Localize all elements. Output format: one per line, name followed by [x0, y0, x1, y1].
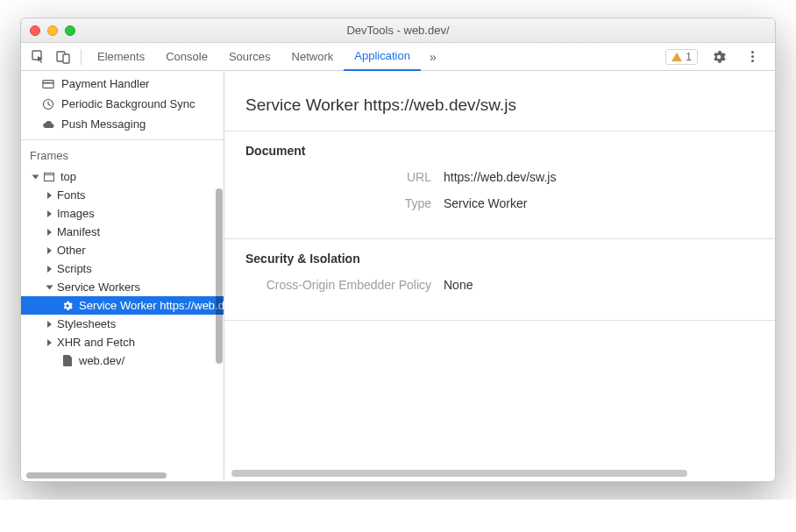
chevron-down-icon	[46, 285, 53, 289]
warning-icon	[672, 53, 682, 61]
warnings-count: 1	[686, 51, 692, 63]
warnings-badge[interactable]: 1	[665, 49, 698, 65]
tree-label: Manifest	[57, 225, 100, 238]
tree-label: top	[60, 170, 76, 183]
row-url: URL https://web.dev/sw.js	[245, 170, 754, 184]
sidebar-vertical-scrollbar[interactable]	[216, 74, 223, 471]
clock-icon	[42, 98, 54, 110]
sidebar-item-push-messaging[interactable]: Push Messaging	[21, 114, 224, 134]
tree-node-images[interactable]: Images	[21, 204, 224, 223]
tree-label: Scripts	[57, 262, 92, 275]
kv-value: None	[444, 278, 473, 292]
tab-network[interactable]: Network	[281, 43, 345, 71]
tree-label: Other	[57, 244, 86, 257]
tree-label: XHR and Fetch	[57, 336, 135, 349]
tree-label: Service Worker https://web.dev/sw.js	[79, 299, 224, 312]
sidebar-item-label: Push Messaging	[61, 117, 146, 131]
more-tabs-button[interactable]: »	[421, 50, 445, 64]
cloud-icon	[42, 119, 54, 130]
tree-label: Stylesheets	[57, 317, 116, 330]
sidebar: Notifications Payment Handler Periodic B…	[21, 71, 224, 481]
tree-node-xhr-and-fetch[interactable]: XHR and Fetch	[21, 333, 224, 351]
device-mode-icon[interactable]	[51, 45, 75, 69]
page-title: Service Worker https://web.dev/sw.js	[224, 71, 775, 131]
chevron-right-icon	[47, 321, 52, 328]
chevron-down-icon	[32, 174, 39, 179]
kv-value: https://web.dev/sw.js	[444, 170, 556, 184]
tree-label: Images	[57, 207, 95, 220]
tree-label: web.dev/	[79, 354, 124, 367]
svg-rect-3	[43, 80, 53, 88]
tab-sources[interactable]: Sources	[218, 43, 281, 71]
sidebar-section-frames: Frames	[21, 140, 224, 167]
main-horizontal-scrollbar[interactable]	[231, 469, 768, 478]
tree-label: Service Workers	[57, 280, 140, 294]
gear-icon	[61, 300, 74, 312]
kv-key: URL	[245, 170, 431, 184]
row-coep: Cross-Origin Embedder Policy None	[245, 278, 754, 292]
tree-node-stylesheets[interactable]: Stylesheets	[21, 315, 224, 333]
minimize-window-button[interactable]	[47, 25, 58, 36]
tree-node-service-workers[interactable]: Service Workers	[21, 278, 224, 296]
sidebar-item-periodic-background-sync[interactable]: Periodic Background Sync	[21, 94, 224, 114]
kv-value: Service Worker	[444, 196, 527, 210]
sidebar-item-label: Payment Handler	[61, 77, 149, 90]
tree-node-fonts[interactable]: Fonts	[21, 186, 224, 204]
tab-application[interactable]: Application	[344, 43, 421, 71]
tree-node-top[interactable]: top	[21, 167, 224, 186]
tab-elements[interactable]: Elements	[87, 43, 155, 71]
kv-key: Type	[245, 196, 431, 210]
window-titlebar: DevTools - web.dev/	[21, 18, 775, 43]
group-document: Document URL https://web.dev/sw.js Type …	[224, 131, 775, 239]
frame-icon	[43, 171, 55, 183]
chevron-right-icon	[47, 229, 52, 236]
settings-button[interactable]	[707, 45, 731, 69]
sidebar-horizontal-scrollbar[interactable]	[23, 471, 222, 479]
close-window-button[interactable]	[30, 25, 40, 36]
tree-node-web-dev[interactable]: web.dev/	[21, 351, 224, 370]
tree-node-service-worker-entry[interactable]: Service Worker https://web.dev/sw.js	[21, 296, 224, 315]
kebab-icon	[751, 51, 754, 62]
tree-node-manifest[interactable]: Manifest	[21, 223, 224, 241]
row-type: Type Service Worker	[245, 196, 754, 210]
chevron-right-icon	[47, 339, 52, 346]
zoom-window-button[interactable]	[65, 25, 75, 36]
panel-tabs: Elements Console Sources Network Applica…	[87, 43, 421, 71]
chevron-right-icon	[47, 210, 52, 217]
frames-tree: top Fonts Images Manifest Other Scripts …	[21, 167, 224, 375]
svg-rect-4	[43, 82, 53, 83]
separator	[81, 49, 82, 65]
document-icon	[61, 355, 74, 367]
chevron-right-icon	[47, 192, 52, 199]
more-options-button[interactable]	[740, 45, 764, 69]
main-panel: Service Worker https://web.dev/sw.js Doc…	[224, 71, 775, 481]
sidebar-item-label: Periodic Background Sync	[61, 97, 195, 110]
kv-key: Cross-Origin Embedder Policy	[245, 278, 431, 292]
svg-rect-6	[45, 173, 54, 181]
devtools-window: DevTools - web.dev/ Elements Console Sou…	[20, 18, 776, 482]
tree-label: Fonts	[57, 188, 86, 202]
window-title: DevTools - web.dev/	[21, 24, 775, 37]
inspect-element-icon[interactable]	[26, 45, 51, 69]
tree-node-other[interactable]: Other	[21, 241, 224, 259]
svg-rect-2	[63, 54, 69, 63]
group-title: Security & Isolation	[245, 252, 754, 266]
tree-node-scripts[interactable]: Scripts	[21, 259, 224, 278]
gear-icon	[712, 50, 726, 64]
group-title: Document	[245, 144, 754, 158]
chevron-right-icon	[47, 247, 52, 254]
card-icon	[42, 78, 54, 90]
devtools-toolbar: Elements Console Sources Network Applica…	[21, 43, 775, 71]
sidebar-item-payment-handler[interactable]: Payment Handler	[21, 74, 224, 94]
tab-console[interactable]: Console	[155, 43, 218, 71]
chevron-right-icon	[47, 266, 52, 273]
group-security-isolation: Security & Isolation Cross-Origin Embedd…	[224, 239, 775, 321]
traffic-lights	[30, 25, 75, 36]
panel-body: Notifications Payment Handler Periodic B…	[21, 71, 775, 481]
